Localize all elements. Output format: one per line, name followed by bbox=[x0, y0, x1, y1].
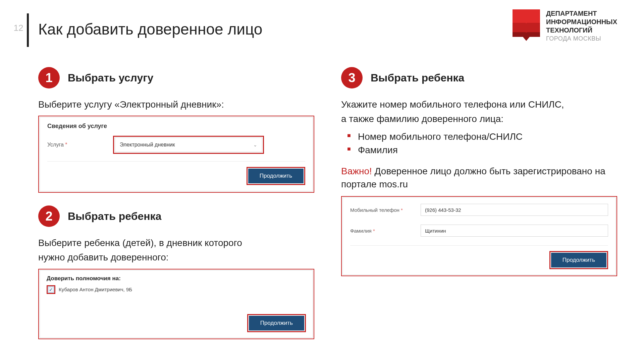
step3-header: 3 Выбрать ребенка bbox=[341, 67, 617, 88]
step2-badge: 2 bbox=[38, 205, 60, 227]
shield-icon bbox=[513, 9, 540, 40]
continue-button[interactable]: Продолжить bbox=[551, 253, 606, 267]
select-highlight: Электронный дневник ⌄ bbox=[113, 136, 264, 154]
step2-desc-l1: Выберите ребенка (детей), в дневник кото… bbox=[38, 236, 314, 249]
divider bbox=[350, 245, 608, 246]
step1-card-heading: Сведения об услуге bbox=[47, 123, 305, 130]
step2-header: 2 Выбрать ребенка bbox=[38, 205, 314, 227]
service-select[interactable]: Электронный дневник ⌄ bbox=[115, 137, 262, 152]
button-highlight: Продолжить bbox=[549, 251, 608, 269]
step1-header: 1 Выбрать услугу bbox=[38, 67, 314, 88]
phone-input[interactable] bbox=[421, 204, 608, 216]
dept-logo: ДЕПАРТАМЕНТ ИНФОРМАЦИОННЫХ ТЕХНОЛОГИЙ ГО… bbox=[513, 9, 617, 42]
phone-label: Мобильный телефон * bbox=[350, 207, 421, 213]
step2-card: Доверить полномочия на: ✓ Кубаров Антон … bbox=[38, 269, 314, 339]
title-block: Как добавить доверенное лицо bbox=[27, 13, 262, 47]
step3-desc-l1: Укажите номер мобильного телефона или СН… bbox=[341, 98, 617, 111]
logo-subtitle: ГОРОДА МОСКВЫ bbox=[546, 35, 617, 42]
page-number: 12 bbox=[10, 13, 27, 33]
step1-title: Выбрать услугу bbox=[68, 72, 153, 84]
logo-line3: ТЕХНОЛОГИЙ bbox=[546, 26, 617, 35]
step1-badge: 1 bbox=[38, 67, 60, 88]
bullet-phone: Номер мобильного телефона/СНИЛС bbox=[347, 130, 617, 143]
child-row: ✓ Кубаров Антон Дмитриевич, 9Б bbox=[47, 285, 306, 294]
step2-title: Выбрать ребенка bbox=[68, 210, 161, 223]
important-note: Важно! Доверенное лицо должно быть зарег… bbox=[341, 165, 617, 191]
bullet-surname: Фамилия bbox=[347, 143, 617, 157]
logo-text: ДЕПАРТАМЕНТ ИНФОРМАЦИОННЫХ ТЕХНОЛОГИЙ ГО… bbox=[546, 9, 617, 42]
continue-button[interactable]: Продолжить bbox=[249, 316, 304, 330]
step3-badge: 3 bbox=[341, 67, 363, 88]
surname-input[interactable] bbox=[421, 225, 608, 237]
step3-card: Мобильный телефон * Фамилия * Продолжить bbox=[341, 196, 617, 276]
checkbox-highlight: ✓ bbox=[47, 285, 55, 294]
button-highlight: Продолжить bbox=[247, 314, 306, 332]
step3-bullets: Номер мобильного телефона/СНИЛС Фамилия bbox=[347, 130, 617, 156]
surname-label: Фамилия * bbox=[350, 228, 421, 234]
logo-line1: ДЕПАРТАМЕНТ bbox=[546, 9, 617, 18]
important-prefix: Важно! bbox=[341, 166, 372, 176]
step1-card: Сведения об услуге Услуга * Электронный … bbox=[38, 116, 314, 193]
child-name: Кубаров Антон Дмитриевич, 9Б bbox=[59, 287, 132, 292]
chevron-down-icon: ⌄ bbox=[253, 142, 257, 147]
logo-line2: ИНФОРМАЦИОННЫХ bbox=[546, 18, 617, 26]
left-column: 1 Выбрать услугу Выберите услугу «Электр… bbox=[38, 67, 314, 339]
service-label: Услуга * bbox=[47, 142, 101, 148]
step2-card-heading: Доверить полномочия на: bbox=[47, 275, 306, 282]
page-title: Как добавить доверенное лицо bbox=[38, 13, 262, 47]
step1-desc: Выберите услугу «Электронный дневник»: bbox=[38, 98, 314, 111]
step3-desc-l2: а также фамилию доверенного лица: bbox=[341, 112, 617, 125]
step3-title: Выбрать ребенка bbox=[371, 72, 464, 84]
button-highlight: Продолжить bbox=[247, 167, 305, 185]
child-checkbox[interactable]: ✓ bbox=[48, 287, 54, 293]
step2-desc-l2: нужно добавить доверенного: bbox=[38, 251, 314, 264]
service-select-value: Электронный дневник bbox=[120, 142, 175, 148]
continue-button[interactable]: Продолжить bbox=[248, 169, 304, 183]
important-text: Доверенное лицо должно быть зарегистриро… bbox=[341, 166, 605, 189]
title-bar bbox=[27, 13, 29, 47]
right-column: 3 Выбрать ребенка Укажите номер мобильно… bbox=[341, 67, 617, 339]
divider bbox=[47, 161, 305, 162]
